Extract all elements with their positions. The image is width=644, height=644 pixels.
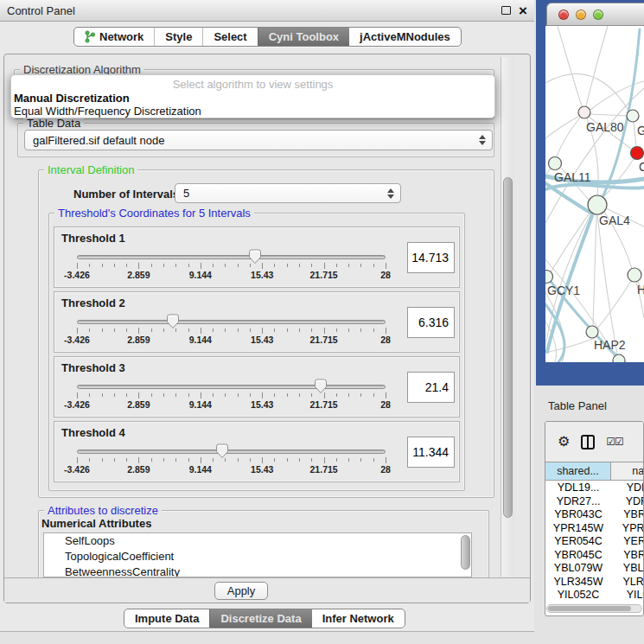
minimize-traffic-light-icon[interactable]	[576, 10, 586, 20]
network-node[interactable]	[549, 157, 562, 170]
slider-track[interactable]	[77, 320, 386, 324]
float-window-icon[interactable]	[501, 6, 511, 15]
table-row[interactable]: YIL052CYIL052C	[545, 589, 644, 603]
network-edge[interactable]	[603, 159, 634, 197]
cell-name[interactable]: YDL19...	[611, 481, 644, 495]
attribute-list-item[interactable]: TopologicalCoefficient	[44, 549, 471, 564]
slider-track[interactable]	[77, 385, 386, 389]
table-hscrollbar-thumb[interactable]	[548, 606, 631, 611]
tab-select[interactable]: Select	[202, 28, 257, 46]
network-edge[interactable]	[551, 212, 590, 272]
num-intervals-combobox[interactable]: 5	[175, 183, 401, 203]
close-traffic-light-icon[interactable]	[558, 10, 569, 20]
cell-name[interactable]: YBR043C	[611, 508, 644, 522]
network-node[interactable]	[586, 326, 598, 338]
tick-mark	[201, 328, 201, 334]
slider-thumb[interactable]	[166, 314, 180, 329]
gear-icon[interactable]: ⚙	[558, 435, 570, 449]
network-canvas[interactable]: GAL80GACGAL11GAL4GCY1HHAP2	[545, 26, 644, 362]
cell-name[interactable]: YDR27...	[611, 495, 644, 509]
network-window-titlebar[interactable]	[546, 3, 644, 26]
network-edge[interactable]	[556, 112, 584, 159]
threshold-value-field[interactable]: 21.4	[407, 372, 455, 403]
panel-scrollbar[interactable]	[501, 57, 514, 577]
network-edge[interactable]	[634, 122, 636, 147]
table-row[interactable]: YBL079WYBL079W	[545, 562, 644, 576]
tab-impute-data[interactable]: Impute Data	[124, 609, 209, 628]
cell-shared-name[interactable]: YBR043C	[545, 508, 611, 522]
cell-name[interactable]: YLR345W	[611, 576, 644, 590]
network-edge[interactable]	[593, 214, 596, 326]
tab-style[interactable]: Style	[154, 28, 202, 46]
tab-jactivemnodules[interactable]: jActiveMNodules	[349, 28, 461, 46]
network-edge[interactable]	[597, 214, 617, 354]
column-header-shared-name[interactable]: shared...	[545, 462, 611, 480]
slider-thumb[interactable]	[215, 443, 229, 459]
network-edge[interactable]	[545, 169, 551, 175]
tick-mark	[311, 328, 312, 332]
tab-cyni-toolbox[interactable]: Cyni Toolbox	[258, 28, 349, 46]
network-node[interactable]	[627, 110, 639, 122]
network-edge[interactable]	[558, 26, 582, 106]
network-edge-thick[interactable]	[545, 183, 590, 213]
table-row[interactable]: YBR045CYBR045C	[545, 549, 644, 563]
network-edge[interactable]	[545, 117, 578, 138]
network-node[interactable]	[578, 106, 590, 118]
cell-shared-name[interactable]: YBL079W	[545, 562, 611, 576]
dropdown-item-equal-width-frequency[interactable]: Equal Width/Frequency Discretization	[11, 105, 494, 118]
network-node[interactable]	[613, 354, 625, 362]
checkbox-pair-icon[interactable]: ☑☑	[606, 436, 623, 448]
attribute-list-item[interactable]: BetweennessCentrality	[44, 564, 471, 577]
panel-scrollbar-thumb[interactable]	[503, 177, 513, 518]
cell-shared-name[interactable]: YDL19...	[545, 481, 611, 495]
tab-infer-network[interactable]: Infer Network	[312, 609, 405, 628]
threshold-value-field[interactable]: 11.344	[407, 437, 455, 468]
table-row[interactable]: YLR345WYLR345W	[545, 576, 644, 590]
table-row[interactable]: YPR145WYPR145W	[545, 522, 644, 536]
network-node[interactable]	[588, 195, 607, 214]
column-header-name[interactable]: name	[611, 462, 644, 480]
network-edge[interactable]	[597, 281, 631, 328]
dropdown-item-manual-discretization[interactable]: Manual Discretization	[11, 92, 494, 105]
apply-button[interactable]: Apply	[214, 582, 268, 600]
network-edge[interactable]	[586, 26, 608, 106]
slider-track[interactable]	[77, 450, 386, 454]
table-row[interactable]: YBR043CYBR043C	[545, 508, 644, 522]
cell-shared-name[interactable]: YPR145W	[545, 522, 611, 536]
cell-shared-name[interactable]: YER054C	[545, 535, 611, 549]
threshold-value-field[interactable]: 6.316	[407, 307, 455, 338]
cell-name[interactable]: YIL052C	[611, 589, 644, 603]
slider-tick-labels: -3.4262.8599.14415.4321.71528	[77, 464, 386, 475]
attribute-list-item[interactable]: SelfLoops	[44, 533, 471, 549]
slider-track[interactable]	[77, 255, 386, 259]
cell-name[interactable]: YBL079W	[611, 562, 644, 576]
attributes-listbox[interactable]: SelfLoopsTopologicalCoefficientBetweenne…	[43, 532, 472, 577]
cell-shared-name[interactable]: YLR345W	[545, 576, 611, 590]
cell-name[interactable]: YER054C	[611, 535, 644, 549]
network-node[interactable]	[628, 268, 641, 282]
network-edge[interactable]	[545, 338, 595, 353]
slider-thumb[interactable]	[314, 379, 328, 394]
table-hscrollbar[interactable]	[546, 604, 642, 613]
slider-thumb[interactable]	[248, 249, 262, 265]
network-node[interactable]	[631, 147, 644, 160]
cell-name[interactable]: YBR045C	[611, 549, 644, 563]
network-edge-thick[interactable]	[545, 185, 644, 189]
cell-shared-name[interactable]: YDR27...	[545, 495, 611, 509]
cell-shared-name[interactable]: YBR045C	[545, 549, 611, 563]
table-row[interactable]: YER054CYER054C	[545, 535, 644, 549]
table-row[interactable]: YDR27...YDR27...	[545, 495, 644, 509]
zoom-traffic-light-icon[interactable]	[593, 10, 603, 20]
table-data-combobox[interactable]: galFiltered.sif default node	[24, 130, 493, 150]
columns-icon[interactable]	[581, 435, 595, 450]
table-row[interactable]: YDL19...YDL19...	[545, 481, 644, 495]
tab-network[interactable]: Network	[74, 28, 154, 46]
close-icon[interactable]: ×	[519, 3, 527, 18]
listbox-scrollbar[interactable]	[461, 535, 470, 570]
apply-bar: Apply	[4, 577, 530, 603]
cell-shared-name[interactable]: YIL052C	[545, 589, 611, 603]
threshold-value-field[interactable]: 14.713	[407, 242, 455, 273]
cell-name[interactable]: YPR145W	[611, 522, 644, 536]
network-edge[interactable]	[590, 114, 628, 116]
tab-discretize-data[interactable]: Discretize Data	[209, 609, 311, 628]
